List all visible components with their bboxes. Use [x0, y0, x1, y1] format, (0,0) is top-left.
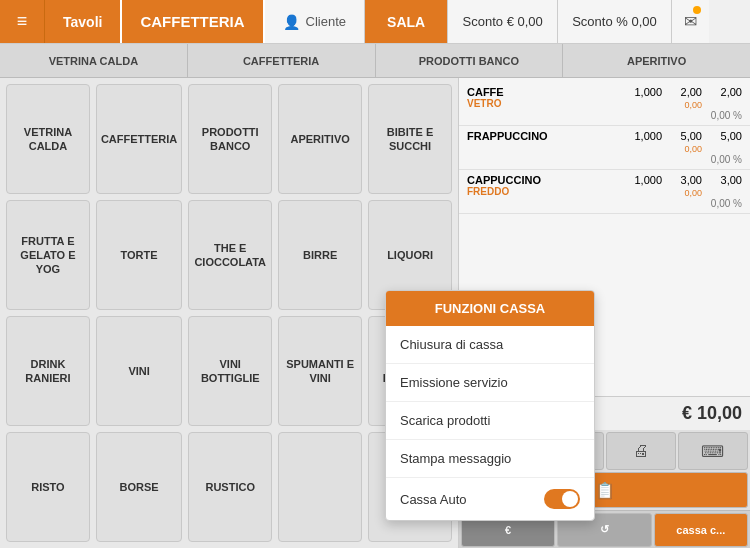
subnav-vetrina-calda[interactable]: VETRINA CALDA	[0, 44, 188, 77]
cassa-auto-toggle[interactable]	[544, 489, 580, 509]
menu-button[interactable]: ≡	[0, 0, 44, 43]
order-item-0: CAFFEVETRO1,0002,000,002,000,00 %	[459, 82, 750, 126]
order-name: CAPPUCCINOFREDDO	[467, 174, 612, 198]
grid-cell-8[interactable]: BIRRE	[278, 200, 362, 310]
grid-cell-6[interactable]: TORTE	[96, 200, 182, 310]
refresh-icon: ↺	[600, 523, 609, 536]
keyboard-button[interactable]: ⌨	[678, 432, 748, 470]
email-button[interactable]: ✉	[671, 0, 709, 43]
grid-cell-3[interactable]: APERITIVO	[278, 84, 362, 194]
sconto-percent[interactable]: Sconto % 0,00	[557, 0, 671, 43]
scarica-prodotti-item[interactable]: Scarica prodotti	[386, 402, 594, 440]
stampa-messaggio-item[interactable]: Stampa messaggio	[386, 440, 594, 478]
cassa-auto-item[interactable]: Cassa Auto	[386, 478, 594, 520]
sconto-euro[interactable]: Sconto € 0,00	[447, 0, 557, 43]
subnav-aperitivo[interactable]: APERITIVO	[563, 44, 750, 77]
order-discount-row: 0,00 %	[467, 198, 742, 209]
chiusura-di-cassa-item[interactable]: Chiusura di cassa	[386, 326, 594, 364]
order-total: 2,00	[702, 86, 742, 110]
grid-cell-5[interactable]: FRUTTA E GELATO E YOG	[6, 200, 90, 310]
order-item-2: CAPPUCCINOFREDDO1,0003,000,003,000,00 %	[459, 170, 750, 214]
menu-icon: ≡	[17, 11, 28, 32]
subnav-prodotti-banco[interactable]: PRODOTTI BANCO	[376, 44, 564, 77]
main-content: VETRINA CALDACAFFETTERIAPRODOTTI BANCOAP…	[0, 78, 750, 548]
caffetteria-label: CAFFETTERIA	[120, 0, 264, 43]
user-icon: 👤	[283, 14, 300, 30]
sub-nav: VETRINA CALDA CAFFETTERIA PRODOTTI BANCO…	[0, 44, 750, 78]
print-icon: 🖨	[633, 442, 649, 460]
grid-cell-11[interactable]: VINI	[96, 316, 182, 426]
order-total: 5,00	[702, 130, 742, 154]
order-name: FRAPPUCCINO	[467, 130, 612, 154]
grid-cell-17[interactable]: RUSTICO	[188, 432, 272, 542]
subnav-caffetteria[interactable]: CAFFETTERIA	[188, 44, 376, 77]
order-price: 3,000,00	[662, 174, 702, 198]
tavoli-button[interactable]: Tavoli	[44, 0, 120, 43]
grid-cell-12[interactable]: VINI BOTTIGLIE	[188, 316, 272, 426]
notes-icon: 📋	[595, 481, 615, 500]
email-icon: ✉	[684, 12, 697, 31]
emissione-servizio-item[interactable]: Emissione servizio	[386, 364, 594, 402]
order-qty: 1,000	[612, 86, 662, 110]
cliente-button[interactable]: 👤 Cliente	[265, 0, 365, 43]
email-badge	[693, 6, 701, 14]
order-discount-row: 0,00 %	[467, 110, 742, 121]
grid-cell-15[interactable]: RISTO	[6, 432, 90, 542]
grid-cell-10[interactable]: DRINK RANIERI	[6, 316, 90, 426]
keyboard-icon: ⌨	[701, 442, 724, 461]
order-total: 3,00	[702, 174, 742, 198]
grid-cell-1[interactable]: CAFFETTERIA	[96, 84, 182, 194]
euro-icon: €	[505, 524, 511, 536]
order-price: 5,000,00	[662, 130, 702, 154]
grid-cell-18[interactable]	[278, 432, 362, 542]
order-item-1: FRAPPUCCINO1,0005,000,005,000,00 %	[459, 126, 750, 170]
order-name: CAFFEVETRO	[467, 86, 612, 110]
grid-cell-2[interactable]: PRODOTTI BANCO	[188, 84, 272, 194]
grid-cell-7[interactable]: THE E CIOCCOLATA	[188, 200, 272, 310]
grid-cell-13[interactable]: SPUMANTI E VINI	[278, 316, 362, 426]
grid-cell-4[interactable]: BIBITE E SUCCHI	[368, 84, 452, 194]
funzioni-cassa-menu: FUNZIONI CASSA Chiusura di cassa Emissio…	[385, 290, 595, 521]
print-button[interactable]: 🖨	[606, 432, 676, 470]
order-sub: FREDDO	[467, 186, 612, 197]
order-price: 2,000,00	[662, 86, 702, 110]
toggle-knob	[562, 491, 578, 507]
sala-button[interactable]: SALA	[365, 0, 447, 43]
order-discount-row: 0,00 %	[467, 154, 742, 165]
total-amount: € 10,00	[682, 403, 742, 424]
grid-cell-0[interactable]: VETRINA CALDA	[6, 84, 90, 194]
top-bar: ≡ Tavoli CAFFETTERIA 👤 Cliente SALA Scon…	[0, 0, 750, 44]
dropdown-header: FUNZIONI CASSA	[386, 291, 594, 326]
order-sub: VETRO	[467, 98, 612, 109]
order-qty: 1,000	[612, 174, 662, 198]
order-qty: 1,000	[612, 130, 662, 154]
grid-cell-16[interactable]: BORSE	[96, 432, 182, 542]
cassa-button[interactable]: cassa c...	[654, 513, 748, 547]
